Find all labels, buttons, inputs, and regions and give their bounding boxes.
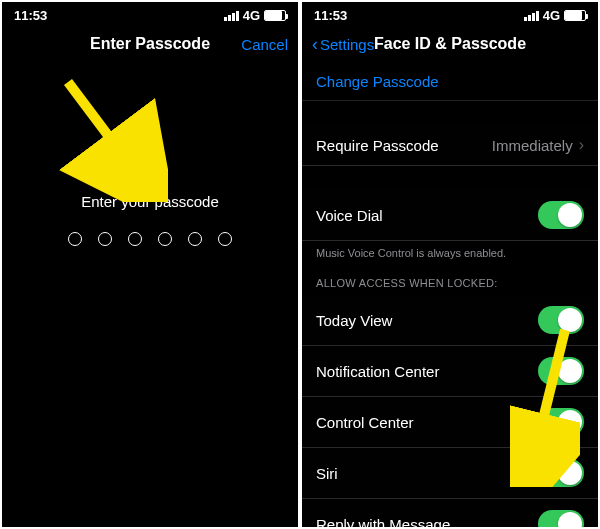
cell-label: Siri <box>316 465 338 482</box>
passcode-dot <box>68 232 82 246</box>
status-right: 4G <box>524 8 586 23</box>
chevron-left-icon: ‹ <box>312 35 318 53</box>
require-passcode-value: Immediately <box>492 137 573 154</box>
battery-icon <box>264 10 286 21</box>
allow-access-header: ALLOW ACCESS WHEN LOCKED: <box>302 261 598 295</box>
allow-access-toggle[interactable] <box>538 357 584 385</box>
cell-label: Notification Center <box>316 363 439 380</box>
chevron-right-icon: › <box>579 136 584 154</box>
voice-dial-cell: Voice Dial <box>302 190 598 241</box>
back-label: Settings <box>320 36 374 53</box>
network-label: 4G <box>243 8 260 23</box>
passcode-area: Enter your passcode <box>2 63 298 527</box>
nav-bar: Enter Passcode Cancel <box>2 27 298 63</box>
cell-label: Require Passcode <box>316 137 439 154</box>
signal-icon <box>524 11 539 21</box>
section-spacer <box>302 166 598 190</box>
allow-access-toggle[interactable] <box>538 408 584 436</box>
allow-access-toggle[interactable] <box>538 459 584 487</box>
nav-bar: ‹ Settings Face ID & Passcode <box>302 27 598 63</box>
passcode-prompt: Enter your passcode <box>81 193 219 210</box>
status-time: 11:53 <box>14 8 47 23</box>
status-right: 4G <box>224 8 286 23</box>
status-time: 11:53 <box>314 8 347 23</box>
status-bar: 11:53 4G <box>2 2 298 27</box>
change-passcode-link[interactable]: Change Passcode <box>302 63 598 101</box>
voice-dial-toggle[interactable] <box>538 201 584 229</box>
cell-value: Immediately › <box>492 136 584 154</box>
cell-label: Voice Dial <box>316 207 383 224</box>
passcode-dot <box>188 232 202 246</box>
allow-access-cell: Reply with Message <box>302 499 598 527</box>
cancel-button[interactable]: Cancel <box>241 36 288 53</box>
passcode-dot <box>158 232 172 246</box>
allow-access-cell: Control Center <box>302 397 598 448</box>
network-label: 4G <box>543 8 560 23</box>
cell-label: Today View <box>316 312 392 329</box>
section-spacer <box>302 101 598 125</box>
allow-access-cell: Siri <box>302 448 598 499</box>
passcode-dot <box>128 232 142 246</box>
allow-access-toggle[interactable] <box>538 510 584 527</box>
signal-icon <box>224 11 239 21</box>
passcode-screen: 11:53 4G Enter Passcode Cancel Enter you… <box>2 2 298 527</box>
passcode-dot <box>98 232 112 246</box>
allow-access-cell: Notification Center <box>302 346 598 397</box>
cell-label: Control Center <box>316 414 414 431</box>
require-passcode-cell[interactable]: Require Passcode Immediately › <box>302 125 598 166</box>
settings-list[interactable]: Change Passcode Require Passcode Immedia… <box>302 63 598 527</box>
cell-label: Reply with Message <box>316 516 450 528</box>
passcode-dots[interactable] <box>68 232 232 246</box>
voice-dial-note: Music Voice Control is always enabled. <box>302 241 598 261</box>
battery-icon <box>564 10 586 21</box>
back-button[interactable]: ‹ Settings <box>312 35 374 53</box>
passcode-dot <box>218 232 232 246</box>
status-bar: 11:53 4G <box>302 2 598 27</box>
allow-access-toggle[interactable] <box>538 306 584 334</box>
allow-access-cell: Today View <box>302 295 598 346</box>
settings-screen: 11:53 4G ‹ Settings Face ID & Passcode C… <box>302 2 598 527</box>
